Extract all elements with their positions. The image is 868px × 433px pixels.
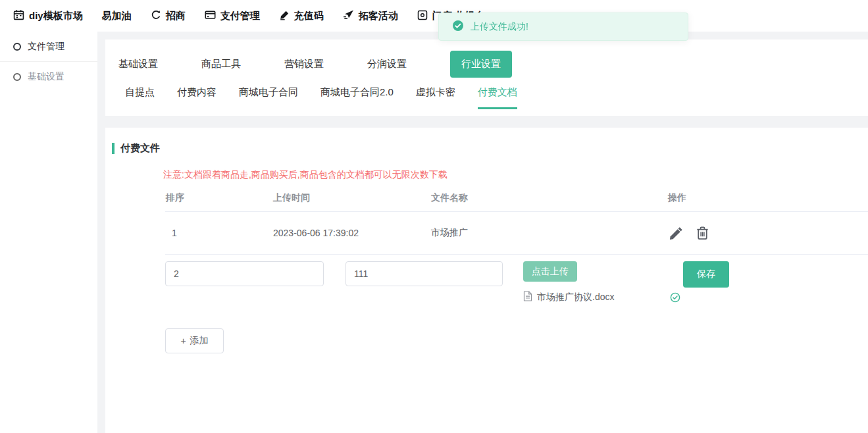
circle-icon: [13, 43, 21, 51]
table-header-time: 上传时间: [273, 192, 431, 204]
section-header: 付费文件: [112, 142, 868, 155]
subtab-mall-econtract[interactable]: 商城电子合同: [239, 86, 298, 109]
table-row: 1 2023-06-06 17:39:02 市场推广: [165, 212, 868, 254]
table-header-name: 文件名称: [431, 192, 668, 204]
cell-name: 市场推广: [431, 227, 668, 239]
files-table: 排序 上传时间 文件名称 操作 1 2023-06-06 17:39:02 市场…: [165, 185, 868, 353]
subtab-pickup-point[interactable]: 自提点: [125, 86, 155, 109]
new-file-form: 点击上传 市场推广协议.docx 保存: [165, 261, 868, 303]
sidebar-item-basic-settings[interactable]: 基础设置: [0, 62, 97, 91]
nav-item-payment-management[interactable]: 支付管理: [205, 9, 260, 22]
subtab-mall-econtract-2[interactable]: 商城电子合同2.0: [320, 86, 394, 109]
cell-order: 1: [165, 228, 273, 238]
order-input[interactable]: [165, 261, 324, 286]
nav-item-zhaoshang[interactable]: 招商: [151, 10, 186, 22]
edit-icon[interactable]: [668, 225, 684, 242]
tab-basic-settings[interactable]: 基础设置: [118, 58, 158, 70]
add-button-label: 添加: [190, 335, 209, 347]
uploaded-file-name: 市场推广协议.docx: [537, 292, 614, 303]
nav-label: 易加油: [102, 10, 132, 22]
megaphone-icon: [343, 9, 354, 22]
sidebar-item-label: 文件管理: [28, 41, 64, 53]
file-name-input[interactable]: [345, 261, 503, 286]
top-navbar: diy模板市场 易加油 招商 支付管理 充值码 拓客活动 门店-收银台: [0, 0, 868, 32]
sidebar-item-label: 基础设置: [28, 71, 64, 83]
add-button[interactable]: + 添加: [165, 328, 224, 353]
subtab-paid-docs-active[interactable]: 付费文档: [478, 86, 517, 109]
calendar-icon: [13, 9, 24, 22]
nav-label: 充值码: [294, 10, 324, 22]
toast-message: 上传文件成功!: [471, 21, 528, 33]
delete-icon[interactable]: [695, 225, 710, 241]
upload-button[interactable]: 点击上传: [523, 261, 577, 282]
save-button[interactable]: 保存: [683, 261, 729, 288]
sub-tabs: 自提点 付费内容 商城电子合同 商城电子合同2.0 虚拟卡密 付费文档: [118, 86, 855, 109]
nav-item-customer-activity[interactable]: 拓客活动: [343, 9, 398, 22]
sidebar-item-file-management[interactable]: 文件管理: [0, 32, 97, 62]
nav-label: diy模板市场: [29, 10, 83, 22]
table-header-actions: 操作: [668, 192, 868, 204]
subtab-paid-content[interactable]: 付费内容: [177, 86, 217, 109]
cell-actions: [668, 225, 868, 242]
content-card: 付费文件 注意:文档跟着商品走,商品购买后,商品包含的文档都可以无限次数下载 排…: [105, 128, 868, 433]
nav-item-yijiayou[interactable]: 易加油: [102, 10, 132, 22]
tab-product-tools[interactable]: 商品工具: [201, 58, 241, 70]
section-title: 付费文件: [120, 142, 160, 155]
recycle-icon: [151, 10, 161, 22]
table-header-row: 排序 上传时间 文件名称 操作: [165, 185, 868, 211]
success-toast: 上传文件成功!: [438, 13, 688, 41]
card-icon: [205, 9, 216, 22]
tabs-card: 基础设置 商品工具 营销设置 分润设置 行业设置 自提点 付费内容 商城电子合同…: [105, 39, 868, 116]
plus-icon: +: [180, 336, 186, 346]
nav-label: 拓客活动: [359, 10, 398, 22]
check-circle-icon: [452, 20, 464, 34]
nav-item-recharge-code[interactable]: 充值码: [279, 10, 324, 22]
page-layout: 文件管理 基础设置 基础设置 商品工具 营销设置 分润设置 行业设置 自提点 付…: [0, 32, 868, 433]
circle-icon: [13, 73, 21, 81]
upload-column: 点击上传 市场推广协议.docx: [523, 261, 683, 303]
main-area: 基础设置 商品工具 营销设置 分润设置 行业设置 自提点 付费内容 商城电子合同…: [105, 32, 868, 433]
nav-label: 招商: [166, 10, 186, 22]
store-icon: [417, 10, 428, 22]
cell-time: 2023-06-06 17:39:02: [273, 228, 431, 238]
nav-label: 支付管理: [220, 10, 260, 22]
tab-marketing-settings[interactable]: 营销设置: [284, 58, 324, 70]
main-tabs: 基础设置 商品工具 营销设置 分润设置 行业设置: [118, 47, 855, 80]
tab-profit-settings[interactable]: 分润设置: [367, 58, 407, 70]
section-accent-bar: [112, 143, 115, 154]
sidebar: 文件管理 基础设置: [0, 32, 97, 433]
document-icon: [523, 291, 532, 303]
table-header-order: 排序: [165, 192, 273, 204]
uploaded-file-item[interactable]: 市场推广协议.docx: [523, 291, 683, 303]
notice-text: 注意:文档跟着商品走,商品购买后,商品包含的文档都可以无限次数下载: [163, 169, 868, 181]
subtab-virtual-card[interactable]: 虚拟卡密: [416, 86, 455, 109]
divider: [165, 254, 868, 255]
tab-industry-settings-active[interactable]: 行业设置: [450, 51, 512, 78]
pen-icon: [279, 10, 290, 22]
nav-item-diy-template-market[interactable]: diy模板市场: [13, 9, 83, 22]
upload-success-icon: [670, 292, 680, 303]
